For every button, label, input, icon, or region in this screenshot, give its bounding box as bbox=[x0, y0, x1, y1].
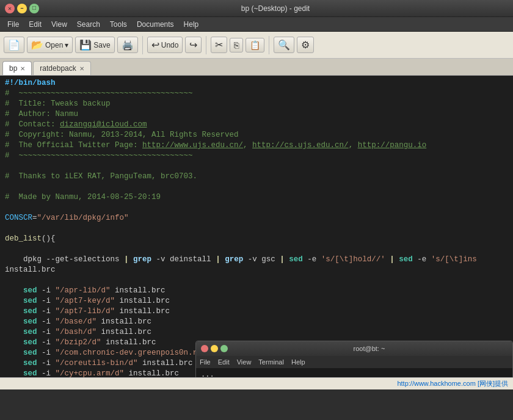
terminal-menu-view[interactable]: View bbox=[237, 358, 252, 366]
open-button[interactable]: 📂 Open ▾ bbox=[27, 37, 73, 53]
redo-button[interactable]: ↪ bbox=[185, 37, 202, 53]
line-14: CONSCR="/var/lib/dpkg/info" bbox=[5, 213, 508, 223]
tab-bp-close[interactable]: ✕ bbox=[20, 65, 25, 72]
menu-view[interactable]: View bbox=[46, 17, 72, 31]
line-1: #!/bin/bash bbox=[5, 78, 508, 89]
status-bar: http://www.hackhome.com [网侠]提供 bbox=[0, 377, 513, 389]
line-12: # Made by Nanmu, 2014-08-25-20:19 bbox=[5, 192, 508, 203]
line-24: sed -i "/base/d" install.brc bbox=[5, 317, 508, 327]
terminal-menu-terminal[interactable]: Terminal bbox=[258, 358, 284, 366]
new-button[interactable]: 📄 bbox=[4, 37, 24, 53]
menu-tools[interactable]: Tools bbox=[105, 17, 132, 31]
line-8: # ~~~~~~~~~~~~~~~~~~~~~~~~~~~~~~~~~~~~~~ bbox=[5, 151, 508, 161]
close-button[interactable]: ✕ bbox=[5, 4, 15, 13]
redo-icon: ↪ bbox=[189, 39, 197, 51]
new-icon: 📄 bbox=[8, 39, 20, 51]
terminal-menu-edit[interactable]: Edit bbox=[218, 358, 230, 366]
search-icon: 🔍 bbox=[278, 39, 290, 51]
line-23: sed -i "/apt7-lib/d" install.brc bbox=[5, 306, 508, 317]
line-20 bbox=[5, 275, 508, 286]
main-area: #!/bin/bash # ~~~~~~~~~~~~~~~~~~~~~~~~~~… bbox=[0, 76, 513, 389]
menu-file[interactable]: File bbox=[2, 17, 24, 31]
line-13 bbox=[5, 203, 508, 213]
title-bar: ✕ – □ bp (~Desktop) - gedit bbox=[0, 0, 513, 17]
toolbar-separator-3 bbox=[269, 36, 269, 54]
maximize-button[interactable]: □ bbox=[29, 4, 39, 13]
terminal-menu-help[interactable]: Help bbox=[291, 358, 305, 366]
line-7: # The Official Twitter Page: http://www.… bbox=[5, 140, 508, 151]
save-icon: 💾 bbox=[79, 39, 92, 51]
terminal-title: root@bt: ~ bbox=[231, 345, 508, 352]
line-19: install.brc bbox=[5, 265, 508, 275]
status-url: http://www.hackhome.com [网侠]提供 bbox=[397, 379, 508, 388]
line-11 bbox=[5, 182, 508, 192]
menu-bar: File Edit View Search Tools Documents He… bbox=[0, 17, 513, 32]
print-icon: 🖨️ bbox=[122, 39, 134, 51]
line-25: sed -i "/bash/d" install.brc bbox=[5, 327, 508, 338]
undo-label: Undo bbox=[161, 41, 179, 49]
tab-bp[interactable]: bp ✕ bbox=[2, 61, 32, 75]
terminal-close-button[interactable] bbox=[201, 345, 208, 352]
line-6: # Copyright: Nanmu, 2013-2014, All Right… bbox=[5, 130, 508, 140]
line-3: # Title: Tweaks backup bbox=[5, 99, 508, 109]
print-button[interactable]: 🖨️ bbox=[117, 37, 138, 53]
line-17 bbox=[5, 244, 508, 255]
window-title: bp (~Desktop) - gedit bbox=[43, 4, 508, 13]
copy-button[interactable]: ⎘ bbox=[230, 38, 243, 52]
terminal-controls[interactable] bbox=[201, 345, 228, 352]
open-icon: 📂 bbox=[31, 39, 43, 51]
toolbar-separator bbox=[142, 36, 143, 54]
paste-icon: 📋 bbox=[250, 40, 260, 50]
save-button[interactable]: 💾 Save bbox=[75, 37, 114, 53]
copy-icon: ⎘ bbox=[234, 40, 239, 50]
line-18: dpkg --get-selections | grep -v deinstal… bbox=[5, 255, 508, 265]
settings-button[interactable]: ⚙ bbox=[297, 37, 314, 53]
line-2: # ~~~~~~~~~~~~~~~~~~~~~~~~~~~~~~~~~~~~~~ bbox=[5, 89, 508, 99]
line-16: deb_list(){ bbox=[5, 234, 508, 244]
toolbar: 📄 📂 Open ▾ 💾 Save 🖨️ ↩ Undo ↪ ✂ ⎘ 📋 🔍 ⚙ bbox=[0, 32, 513, 59]
save-label: Save bbox=[93, 41, 110, 49]
tab-ratdebpack-close[interactable]: ✕ bbox=[79, 65, 84, 72]
tab-bar: bp ✕ ratdebpack ✕ bbox=[0, 59, 513, 76]
toolbar-separator-2 bbox=[206, 36, 206, 54]
window-controls[interactable]: ✕ – □ bbox=[5, 4, 39, 13]
terminal-menu-file[interactable]: File bbox=[200, 358, 211, 366]
line-22: sed -i "/apt7-key/d" install.brc bbox=[5, 296, 508, 306]
menu-documents[interactable]: Documents bbox=[132, 17, 179, 31]
terminal-titlebar: root@bt: ~ bbox=[196, 341, 512, 356]
menu-edit[interactable]: Edit bbox=[24, 17, 46, 31]
search-button[interactable]: 🔍 bbox=[274, 37, 294, 53]
menu-search[interactable]: Search bbox=[72, 17, 105, 31]
tab-bp-label: bp bbox=[9, 64, 17, 73]
terminal-minimize-button[interactable] bbox=[211, 345, 218, 352]
cut-button[interactable]: ✂ bbox=[211, 37, 227, 53]
line-21: sed -i "/apr-lib/d" install.brc bbox=[5, 286, 508, 296]
tab-ratdebpack-label: ratdebpack bbox=[40, 64, 76, 73]
line-5: # Contact: dizangqi@icloud.com bbox=[5, 120, 508, 130]
cut-icon: ✂ bbox=[215, 39, 223, 51]
line-9 bbox=[5, 161, 508, 172]
menu-help[interactable]: Help bbox=[179, 17, 204, 31]
tab-ratdebpack[interactable]: ratdebpack ✕ bbox=[33, 61, 90, 75]
minimize-button[interactable]: – bbox=[17, 4, 27, 13]
undo-button[interactable]: ↩ Undo bbox=[147, 37, 183, 53]
gear-icon: ⚙ bbox=[301, 39, 310, 51]
terminal-menu: File Edit View Terminal Help bbox=[196, 356, 512, 368]
open-label: Open bbox=[45, 41, 63, 49]
line-4: # Author: Nanmu bbox=[5, 109, 508, 120]
undo-icon: ↩ bbox=[151, 39, 159, 51]
line-15 bbox=[5, 223, 508, 234]
paste-button[interactable]: 📋 bbox=[246, 38, 264, 52]
terminal-maximize-button[interactable] bbox=[220, 345, 228, 352]
open-arrow-icon: ▾ bbox=[65, 41, 68, 49]
line-10: # Thanks to iLEX RAT, PanguTeam, brc0703… bbox=[5, 172, 508, 182]
